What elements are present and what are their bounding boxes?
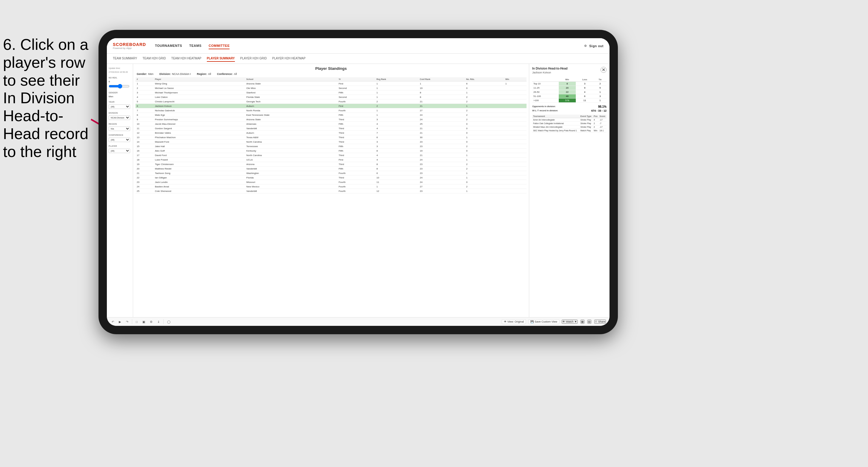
grid-button[interactable]: ▤	[587, 320, 591, 324]
tournament-row[interactable]: Fallon Oak Collegiate Invitational Strok…	[532, 122, 607, 125]
h2h-row-51-100: 51-100 46 6 3	[532, 94, 607, 98]
gender-value: Men	[108, 95, 131, 98]
nav-tournaments[interactable]: TOURNAMENTS	[155, 43, 182, 49]
table-row[interactable]: 23 Jack Lundin Missouri Fourth 11 24 0	[135, 180, 527, 184]
logo-sub: Powered by clippi	[113, 47, 146, 50]
col-num: #	[135, 77, 154, 82]
filter-region: Region: All	[197, 72, 211, 75]
redo-step-button[interactable]: ▶	[118, 320, 122, 324]
table-row[interactable]: 1 Wenyi Ding Arizona State First 1 1 6 1	[135, 82, 527, 86]
tournament-row[interactable]: Amer Ari Intercollegiate Stroke Play 4 -…	[532, 118, 607, 122]
nav-right: ⚙ Sign out	[584, 43, 603, 49]
save-icon: 💾	[530, 320, 534, 323]
tournament-row[interactable]: SEC Match Play Hosted by Jerry Pata Roun…	[532, 129, 607, 132]
table-row[interactable]: 21 Taehoon Song Washington Fourth 6 23 1	[135, 171, 527, 176]
sidebar-division: Division NCAA Division I	[108, 112, 131, 120]
no-rds-slider[interactable]	[108, 84, 129, 89]
player-select[interactable]: (All)	[108, 149, 130, 153]
table-row[interactable]: 8 Mats Ege East Tennessee State Fifth 1 …	[135, 113, 527, 117]
year-select[interactable]: (All)	[108, 104, 130, 109]
nav-items: TOURNAMENTS TEAMS COMMITTEE	[155, 43, 584, 49]
table-header-row: # Player School Yr Reg Rank Conf Rank No…	[135, 77, 527, 82]
conference-label: Conference	[108, 134, 131, 136]
subnav-player-summary[interactable]: PLAYER SUMMARY	[207, 56, 235, 62]
table-row[interactable]: 4 Luke Claton Florida State Second 1 8 2	[135, 95, 527, 99]
table-row[interactable]: 19 Tiger Christensen Arizona Third 8 23 …	[135, 162, 527, 166]
settings-button[interactable]: ⚙	[149, 320, 154, 324]
table-row[interactable]: 20 Matthew Riedel Vanderbilt Fifth 8 23 …	[135, 166, 527, 171]
region-select[interactable]: N/a	[108, 127, 130, 131]
redo-button[interactable]: ↷	[125, 320, 129, 324]
h2h-table: Win Loss Tie Top 10 8 3 2 11	[532, 77, 607, 103]
save-custom-view-button[interactable]: 💾 Save Custom View	[528, 319, 559, 324]
subnav-team-summary[interactable]: TEAM SUMMARY	[113, 56, 137, 62]
table-row[interactable]: 13 Phichaksn Maichon Texas A&M Third 6 3…	[135, 135, 527, 139]
watch-icon: 👁	[562, 320, 565, 323]
sidebar: Update time: 27/03/2024 16:56:26 No Rds.…	[107, 64, 133, 317]
paste-button[interactable]: ▣	[141, 320, 146, 324]
subnav-team-h2h-grid[interactable]: TEAM H2H GRID	[143, 56, 166, 62]
col-reg-rank: Reg Rank	[375, 77, 418, 82]
h2h-row-11-25: 11-25 20 9 5	[532, 86, 607, 90]
subnav-team-h2h-heatmap[interactable]: TEAM H2H HEATMAP	[171, 56, 202, 62]
tcol-type: Event Type	[580, 115, 593, 118]
table-row[interactable]: 14 Maxwell Ford North Carolina Third 3 2…	[135, 139, 527, 144]
table-row[interactable]: 2 Michael La Sasso Ole Miss Second 1 19 …	[135, 86, 527, 90]
refresh-button[interactable]: ◯	[166, 320, 172, 324]
standings-table: # Player School Yr Reg Rank Conf Rank No…	[135, 77, 527, 193]
nav-committee[interactable]: COMMITTEE	[209, 43, 230, 49]
table-row[interactable]: 17 David Ford North Carolina Third 4 21 …	[135, 153, 527, 158]
table-row[interactable]: 12 Brendan Valles Auburn Third 7 21 0	[135, 131, 527, 135]
table-row[interactable]: 10 Jacob Mau-Diesner Arkansas Fifth 4 25…	[135, 122, 527, 126]
share-icon: ⇧	[595, 320, 597, 323]
instruction-text: 6. Click on a player's row to see their …	[0, 36, 93, 161]
share-button[interactable]: ⇧ Share	[594, 320, 606, 324]
col-conf-rank: Conf Rank	[419, 77, 465, 82]
table-row[interactable]: 15 Jake Hall Tennessee Fifth 3 23 2	[135, 144, 527, 149]
update-label: Update time:	[108, 67, 131, 70]
download-button[interactable]: ⇓	[156, 320, 161, 324]
table-row[interactable]: 24 Bastien Amat New Mexico Fourth 1 27 2	[135, 184, 527, 189]
table-area: Player Standings Gender: Men Division: N…	[133, 64, 529, 317]
main-content: Update time: 27/03/2024 16:56:26 No Rds.…	[107, 64, 610, 317]
col-win: Win	[504, 77, 527, 82]
sidebar-update: Update time: 27/03/2024 16:56:26	[108, 67, 131, 74]
table-row[interactable]: 16 Alex Goff Kentucky Fifth 8 19 0	[135, 149, 527, 153]
col-no-rds: No. Rds.	[465, 77, 504, 82]
subnav-player-h2h-grid[interactable]: PLAYER H2H GRID	[240, 56, 267, 62]
table-row[interactable]: 25 Cole Sherwood Vanderbilt Fourth 12 23…	[135, 189, 527, 193]
nav-icon: ⚙	[584, 44, 587, 48]
layout-button[interactable]: ▦	[581, 320, 584, 324]
table-row[interactable]: 5 Christo Lamprecht Georgia Tech Fourth …	[135, 99, 527, 104]
bottom-toolbar: ↶ ▶ ↷ □ ▣ ⚙ ⇓ ◯ 👁 View: Original 💾 Save …	[107, 317, 610, 326]
h2h-col-win: Win	[559, 77, 576, 82]
logo-title: SCOREBOARD	[113, 42, 146, 47]
panel-title: In Division Head-to-Head	[532, 67, 567, 70]
table-row[interactable]: 6 Jackson Koivun Auburn First 2 21 1	[135, 104, 527, 108]
panel-player-name: Jackson Koivun	[532, 71, 567, 74]
conference-select[interactable]: (All)	[108, 137, 130, 142]
tournament-row[interactable]: Mirabel Maui Jim Intercollegiate Stroke …	[532, 125, 607, 129]
nav-teams[interactable]: TEAMS	[189, 43, 202, 49]
subnav-player-h2h-heatmap[interactable]: PLAYER H2H HEATMAP	[272, 56, 306, 62]
h2h-header: Win Loss Tie	[532, 77, 607, 82]
table-row[interactable]: 7 Nicholas Gabrelcik North Florida Fourt…	[135, 108, 527, 113]
standings-title: Player Standings	[135, 66, 527, 71]
sign-out-link[interactable]: Sign out	[589, 43, 603, 49]
filter-conference: Conference: All	[217, 72, 237, 75]
division-select[interactable]: NCAA Division I	[108, 116, 130, 120]
gender-label: Gender	[108, 92, 131, 94]
undo-button[interactable]: ↶	[111, 320, 115, 324]
table-row[interactable]: 18 Luke Powell UCLA First 4 24 1	[135, 158, 527, 162]
table-row[interactable]: 11 Gordon Sargent Vanderbilt Third 4 21 …	[135, 126, 527, 131]
copy-button[interactable]: □	[135, 320, 139, 324]
tablet-frame: SCOREBOARD Powered by clippi TOURNAMENTS…	[98, 30, 618, 334]
table-row[interactable]: 22 Ian Gilligan Florida Third 10 24 1	[135, 176, 527, 180]
view-original-button[interactable]: 👁 View: Original	[502, 319, 526, 324]
tcol-pos: Pos	[593, 115, 599, 118]
table-row[interactable]: 9 Preston Summerhays Arizona State Third…	[135, 117, 527, 122]
panel-close-button[interactable]: ✕	[600, 67, 607, 73]
sidebar-gender: Gender Men	[108, 92, 131, 98]
table-row[interactable]: 3 Michael Thorbjornsen Stanford Fifth 1 …	[135, 90, 527, 95]
watch-button[interactable]: 👁 Watch ▼	[562, 320, 578, 324]
